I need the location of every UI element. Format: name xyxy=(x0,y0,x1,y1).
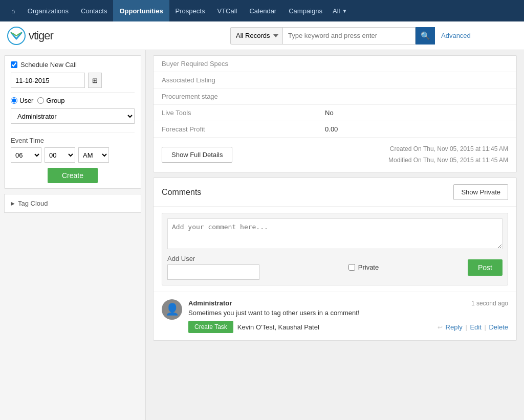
separator-2: | xyxy=(484,323,488,331)
nav-organizations[interactable]: Organizations xyxy=(21,0,75,21)
user-radio[interactable] xyxy=(11,97,17,104)
show-private-button[interactable]: Show Private xyxy=(453,184,508,200)
nav-calendar[interactable]: Calendar xyxy=(243,0,282,21)
tag-cloud-label: Tag Cloud xyxy=(18,200,48,207)
record-type-select[interactable]: All Records xyxy=(230,27,282,45)
divider-1 xyxy=(11,92,135,93)
logo-area: vtiger xyxy=(7,27,53,45)
schedule-checkbox-row: Schedule New Call xyxy=(11,61,135,69)
ampm-select[interactable]: AM PM xyxy=(78,147,109,163)
user-radio-label[interactable]: User xyxy=(11,97,33,104)
schedule-checkbox[interactable] xyxy=(11,61,17,68)
divider-2 xyxy=(11,132,135,132)
date-input[interactable] xyxy=(11,73,85,88)
schedule-label: Schedule New Call xyxy=(20,61,77,69)
detail-footer: Show Full Details Created On Thu, Nov 05… xyxy=(154,138,516,172)
sidebar: Schedule New Call ⊞ User Gr xyxy=(0,50,146,420)
delete-link[interactable]: Delete xyxy=(489,323,508,331)
comment-action-links: ↩ Reply | Edit | Delete xyxy=(436,323,508,331)
nav-all-dropdown[interactable]: All ▼ xyxy=(329,7,351,15)
field-label: Buyer Required Specs xyxy=(154,56,317,72)
search-area: All Records 🔍 Advanced xyxy=(230,27,517,45)
nav-prospects[interactable]: Prospects xyxy=(169,0,211,21)
group-radio[interactable] xyxy=(37,97,44,104)
home-nav-item[interactable]: ⌂ xyxy=(5,0,21,21)
comment-author: Administrator xyxy=(188,299,232,307)
private-checkbox[interactable] xyxy=(348,264,355,271)
widget-body: Schedule New Call ⊞ User Gr xyxy=(5,56,141,188)
tag-cloud-widget: ▶ Tag Cloud xyxy=(4,194,141,213)
comment-footer: Create Task Kevin O'Test, Kaushal Patel … xyxy=(188,321,508,333)
reply-icon: ↩ xyxy=(438,324,443,331)
content-area: Buyer Required SpecsAssociated ListingPr… xyxy=(146,50,524,420)
field-label: Live Tools xyxy=(154,105,317,121)
table-row: Forecast Profit0.00 xyxy=(154,121,516,138)
calendar-grid-button[interactable]: ⊞ xyxy=(88,73,102,88)
reply-link[interactable]: Reply xyxy=(446,323,463,331)
comment-actions-row: Add User Private Post xyxy=(167,255,503,280)
post-button[interactable]: Post xyxy=(468,259,503,276)
vtiger-logo-icon xyxy=(7,27,26,45)
private-checkbox-label[interactable]: Private xyxy=(348,263,379,271)
comments-section: Comments Show Private Add User Private P… xyxy=(153,178,517,341)
show-full-details-button[interactable]: Show Full Details xyxy=(162,147,232,163)
add-user-input[interactable] xyxy=(167,264,259,280)
top-navigation: ⌂ Organizations Contacts Opportunities P… xyxy=(0,0,524,21)
arrow-right-icon: ▶ xyxy=(11,201,15,206)
field-label: Forecast Profit xyxy=(154,121,317,138)
comment-top: Administrator 1 second ago xyxy=(188,299,508,307)
table-row: Associated Listing xyxy=(154,72,516,89)
comment-time: 1 second ago xyxy=(471,300,508,307)
home-icon: ⌂ xyxy=(11,7,15,15)
comments-title: Comments xyxy=(162,188,201,197)
search-input[interactable] xyxy=(282,27,416,45)
detail-section: Buyer Required SpecsAssociated ListingPr… xyxy=(153,55,517,172)
field-label: Associated Listing xyxy=(154,72,317,89)
grid-icon: ⊞ xyxy=(92,77,98,84)
advanced-link[interactable]: Advanced xyxy=(441,32,471,39)
field-value xyxy=(317,72,516,89)
nav-campaigns[interactable]: Campaigns xyxy=(282,0,329,21)
separator-1: | xyxy=(465,323,469,331)
user-group-row: User Group xyxy=(11,97,135,104)
field-value xyxy=(317,89,516,105)
field-value xyxy=(317,56,516,72)
comment-entry: 👤 Administrator 1 second ago Sometimes y… xyxy=(154,292,516,340)
group-radio-label[interactable]: Group xyxy=(37,97,64,104)
chevron-down-icon: ▼ xyxy=(342,8,347,14)
table-row: Live ToolsNo xyxy=(154,105,516,121)
detail-table: Buyer Required SpecsAssociated ListingPr… xyxy=(154,56,516,138)
nav-opportunities[interactable]: Opportunities xyxy=(113,0,169,21)
logo-text: vtiger xyxy=(29,29,53,42)
nav-vtcall[interactable]: VTCall xyxy=(211,0,243,21)
table-row: Buyer Required Specs xyxy=(154,56,516,72)
hour-select[interactable]: 06 xyxy=(11,147,41,163)
comment-textarea[interactable] xyxy=(167,218,503,249)
field-label: Procurement stage xyxy=(154,89,317,105)
comment-input-area: Add User Private Post xyxy=(162,213,508,285)
add-user-label: Add User xyxy=(167,255,259,262)
comments-header: Comments Show Private xyxy=(154,178,516,207)
meta-dates: Created On Thu, Nov 05, 2015 at 11:45 AM… xyxy=(388,144,508,166)
tagged-users: Kevin O'Test, Kaushal Patel xyxy=(237,323,432,331)
event-time-label: Event Time xyxy=(11,137,135,144)
edit-link[interactable]: Edit xyxy=(470,323,481,331)
search-button[interactable]: 🔍 xyxy=(416,27,435,45)
comment-user-row: 👤 Administrator 1 second ago Sometimes y… xyxy=(162,299,508,333)
date-row: ⊞ xyxy=(11,73,135,88)
user-select[interactable]: Administrator xyxy=(11,108,135,124)
field-value: No xyxy=(317,105,516,121)
user-avatar-icon: 👤 xyxy=(165,303,179,316)
comment-text: Sometimes you just want to tag other use… xyxy=(188,309,508,317)
field-value: 0.00 xyxy=(317,121,516,138)
tag-cloud-header[interactable]: ▶ Tag Cloud xyxy=(5,194,141,212)
nav-contacts[interactable]: Contacts xyxy=(75,0,113,21)
comment-body: Administrator 1 second ago Sometimes you… xyxy=(188,299,508,333)
create-button[interactable]: Create xyxy=(48,168,98,183)
search-icon: 🔍 xyxy=(421,31,430,40)
minute-select[interactable]: 00 xyxy=(45,147,75,163)
created-on: Created On Thu, Nov 05, 2015 at 11:45 AM xyxy=(388,144,508,155)
main-layout: Schedule New Call ⊞ User Gr xyxy=(0,50,524,420)
create-task-button[interactable]: Create Task xyxy=(188,321,233,333)
avatar: 👤 xyxy=(162,299,182,320)
